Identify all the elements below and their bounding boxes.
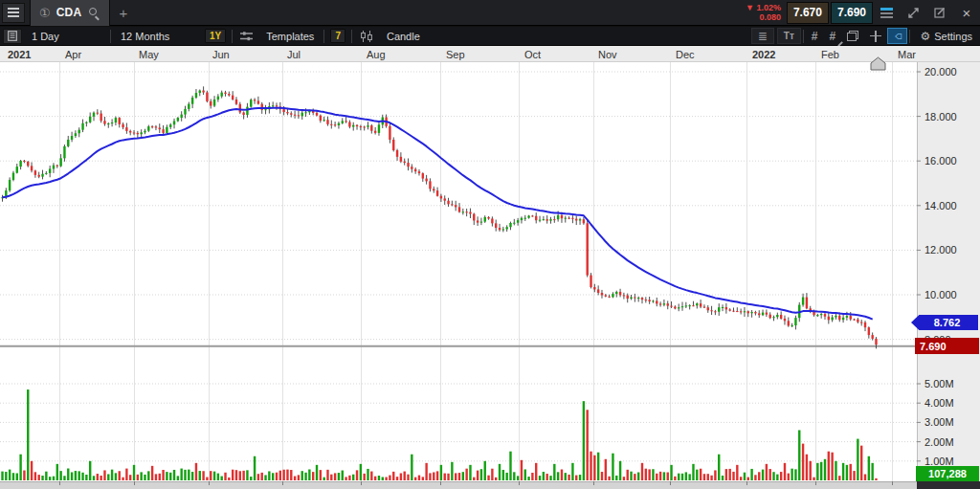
separator [110,30,111,43]
arrow-down-icon: ▼ [746,3,754,12]
volume-badge: 107,288 [916,466,979,481]
change-absolute: 0.080 [746,12,781,22]
tab-number-icon: ① [39,6,51,20]
current-price-box[interactable]: 7.690 [831,2,873,24]
svg-text:2.00M: 2.00M [924,436,954,448]
edit-icon[interactable] [928,3,951,23]
svg-text:2022: 2022 [752,49,775,60]
svg-text:2021: 2021 [8,49,31,60]
svg-text:14.000: 14.000 [924,200,957,211]
svg-text:Jun: Jun [212,49,230,60]
separator [232,30,233,43]
svg-text:Sep: Sep [446,49,465,60]
time-axis-strip[interactable] [0,481,980,489]
svg-text:Feb: Feb [821,49,839,60]
last-price-box[interactable]: 7.670 [787,2,829,24]
svg-text:Jul: Jul [287,49,301,60]
svg-text:Oct: Oct [524,49,541,60]
pointer-tool-button[interactable]: ⌂ [887,28,907,44]
separator [351,30,352,43]
templates-selector[interactable]: Templates [258,31,322,42]
expand-icon[interactable] [902,3,924,23]
hamburger-icon [8,6,19,19]
svg-text:Nov: Nov [598,49,617,60]
close-icon[interactable]: × [955,3,978,23]
svg-text:Aug: Aug [367,49,386,60]
title-bar: ① CDA + ▼ 1.02% 0.080 7.670 7.690 × [0,0,980,26]
chart-area[interactable]: 20.00018.00016.00014.00012.00010.0008.00… [0,46,980,489]
separator [909,30,910,43]
gear-icon: ⚙ [920,30,930,43]
grid-icon[interactable]: # [806,27,824,45]
text-tool-icon[interactable]: Tᴛ [777,28,801,44]
crosshair-icon[interactable] [864,27,887,45]
pointer-icon: ⌂ [891,33,904,39]
range-selector[interactable]: 12 Months [113,31,201,42]
chart-toolbar: 1 Day 12 Months 1Y Templates 7 Candle ≣ … [0,27,980,46]
grid-edit-icon[interactable]: # [824,27,842,45]
separator [803,30,804,43]
svg-text:5.00M: 5.00M [924,378,954,389]
new-tab-button[interactable]: + [120,5,128,21]
svg-text:1.00M: 1.00M [924,456,954,467]
svg-text:May: May [139,49,159,60]
svg-text:20.000: 20.000 [924,66,957,78]
svg-text:Apr: Apr [65,49,81,60]
svg-text:16.000: 16.000 [924,155,957,167]
main-menu-button[interactable] [2,3,25,23]
svg-text:10.000: 10.000 [924,289,957,300]
settings-button[interactable]: ⚙ Settings [912,30,980,43]
count-badge[interactable]: 7 [330,29,345,43]
separator [323,30,324,43]
svg-text:Dec: Dec [676,49,695,60]
page-list-button[interactable] [3,29,22,44]
change-percent: 1.02% [756,3,781,12]
symbol-label: CDA [56,6,82,19]
search-icon[interactable] [88,7,100,19]
log-panel-icon[interactable]: ≣ [751,28,774,44]
ma-value-badge: 8.762 [911,315,978,330]
svg-text:18.000: 18.000 [924,111,957,122]
interval-selector[interactable]: 1 Day [24,31,108,42]
svg-text:4.00M: 4.00M [924,397,954,409]
svg-text:12.000: 12.000 [924,244,957,256]
symbol-tab[interactable]: ① CDA [30,0,110,26]
chart-window: ① CDA + ▼ 1.02% 0.080 7.670 7.690 × [0,0,980,489]
price-axis[interactable]: 20.00018.00016.00014.00012.00010.0008.00… [917,62,980,489]
candle-icon[interactable] [354,27,379,45]
settings-label: Settings [934,31,972,42]
svg-text:3.00M: 3.00M [924,416,954,428]
chart-plot[interactable]: 20.00018.00016.00014.00012.00010.0008.00… [0,46,980,489]
sliders-icon[interactable] [234,27,258,45]
price-change-block: ▼ 1.02% 0.080 [746,3,781,22]
range-badge[interactable]: 1Y [205,29,226,43]
cascade-windows-icon[interactable] [841,27,864,45]
depth-panel-icon[interactable] [875,3,898,23]
last-price-badge: 7.690 [915,338,979,354]
svg-text:Mar: Mar [898,49,916,60]
chart-type-selector[interactable]: Candle [379,31,428,42]
